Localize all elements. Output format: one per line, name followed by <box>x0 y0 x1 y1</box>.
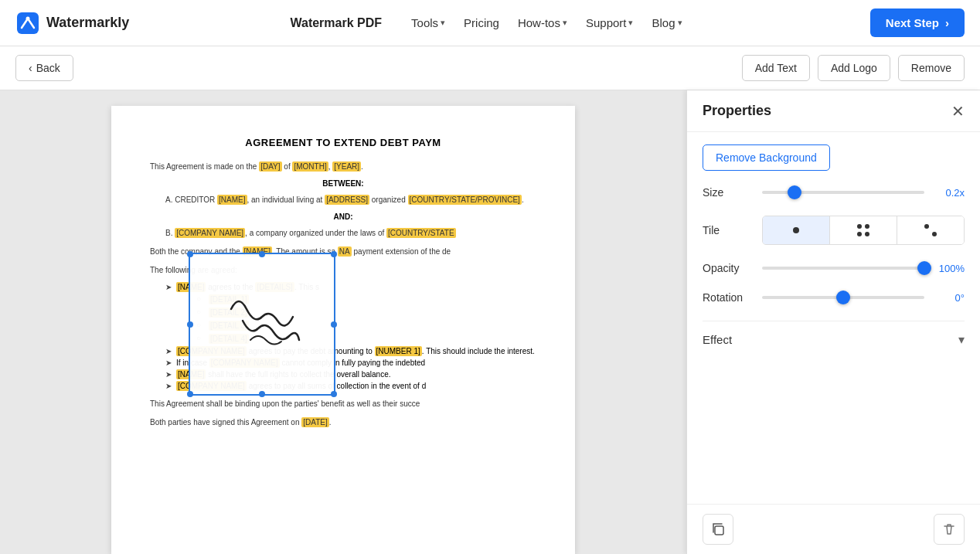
svg-point-1 <box>26 16 30 20</box>
support-chevron-icon: ▾ <box>628 18 633 28</box>
add-logo-button[interactable]: Add Logo <box>818 55 890 81</box>
copy-icon <box>710 522 726 537</box>
size-label: Size <box>703 186 753 199</box>
opacity-value: 100% <box>934 263 965 274</box>
size-row: Size 0.2x <box>703 186 965 199</box>
copy-button[interactable] <box>703 514 733 545</box>
resize-handle-br[interactable] <box>331 391 337 397</box>
effect-chevron-icon: ▾ <box>958 332 965 347</box>
size-thumb[interactable] <box>788 185 801 199</box>
document-area: AGREEMENT TO EXTEND DEBT PAYM This Agree… <box>0 90 686 554</box>
doc-binding: This Agreement shall be binding upon the… <box>150 398 536 410</box>
doc-and: AND: <box>150 212 536 221</box>
tile-single-dot <box>793 227 799 233</box>
resize-handle-bl[interactable] <box>187 391 193 397</box>
day-highlight: [DAY] <box>259 161 281 172</box>
nav-item-support[interactable]: Support ▾ <box>578 12 641 34</box>
rotation-thumb[interactable] <box>836 291 850 304</box>
nav-brand: Watermark PDF <box>290 16 382 30</box>
remove-button[interactable]: Remove <box>898 55 965 81</box>
header: Watermarkly Watermark PDF Tools ▾ Pricin… <box>0 0 980 46</box>
header-nav: Watermark PDF Tools ▾ Pricing How-tos ▾ … <box>290 12 689 34</box>
rotation-row: Rotation 0° <box>703 291 965 304</box>
tile-diag-dots <box>924 224 937 236</box>
back-arrow-icon: ‹ <box>29 62 32 74</box>
resize-handle-lm[interactable] <box>187 321 193 328</box>
rotation-slider[interactable] <box>762 296 924 299</box>
tile-option-single[interactable] <box>763 216 830 244</box>
resize-handle-rm[interactable] <box>331 321 337 328</box>
effect-label: Effect <box>703 333 732 346</box>
rotation-label: Rotation <box>703 291 753 304</box>
creditor-section: A. CREDITOR [NAME], an individual living… <box>150 194 536 206</box>
document-page: AGREEMENT TO EXTEND DEBT PAYM This Agree… <box>111 106 575 554</box>
tools-chevron-icon: ▾ <box>441 18 445 28</box>
add-text-button[interactable]: Add Text <box>742 55 810 81</box>
next-arrow-icon: › <box>945 16 949 29</box>
svg-rect-2 <box>715 526 723 535</box>
next-step-button[interactable]: Next Step › <box>870 8 965 37</box>
month-highlight: [MONTH] <box>292 161 328 172</box>
tile-options <box>762 216 965 245</box>
panel-title: Properties <box>703 103 771 119</box>
tile-four-dots <box>857 224 869 236</box>
opacity-thumb[interactable] <box>917 261 931 275</box>
nav-item-blog[interactable]: Blog ▾ <box>644 12 689 34</box>
nav-item-tools[interactable]: Tools ▾ <box>403 12 453 34</box>
nav-item-pricing[interactable]: Pricing <box>456 12 507 34</box>
resize-handle-bm[interactable] <box>259 391 265 397</box>
doc-intro: This Agreement is made on the [DAY] of [… <box>150 161 536 173</box>
tile-label: Tile <box>703 224 753 236</box>
header-right: Next Step › <box>870 8 965 37</box>
resize-handle-tr[interactable] <box>331 251 337 257</box>
trash-icon <box>941 522 957 537</box>
back-button[interactable]: ‹ Back <box>15 55 73 81</box>
size-value: 0.2x <box>934 187 965 199</box>
signature-element[interactable] <box>189 253 335 396</box>
tile-option-four[interactable] <box>830 216 897 244</box>
size-slider[interactable] <box>762 191 924 194</box>
delete-button[interactable] <box>934 514 965 545</box>
tile-row: Tile <box>703 216 965 245</box>
doc-signed: Both parties have signed this Agreement … <box>150 416 536 429</box>
effect-row[interactable]: Effect ▾ <box>703 321 965 358</box>
main-area: AGREEMENT TO EXTEND DEBT PAYM This Agree… <box>0 90 980 554</box>
tile-option-diagonal[interactable] <box>897 216 964 244</box>
remove-background-button[interactable]: Remove Background <box>703 144 830 171</box>
opacity-row: Opacity 100% <box>703 262 965 274</box>
resize-handle-tm[interactable] <box>259 251 265 257</box>
signature-svg <box>208 278 316 371</box>
properties-panel: Properties ✕ Remove Background Size 0.2x… <box>686 90 980 554</box>
close-panel-button[interactable]: ✕ <box>951 104 965 119</box>
panel-body: Remove Background Size 0.2x Tile <box>687 132 980 504</box>
howtos-chevron-icon: ▾ <box>563 18 567 28</box>
logo-text: Watermarkly <box>46 15 129 31</box>
logo-icon <box>15 11 40 36</box>
svg-rect-0 <box>17 12 39 34</box>
panel-header: Properties ✕ <box>687 90 980 132</box>
nav-item-howtos[interactable]: How-tos ▾ <box>510 12 575 34</box>
toolbar: ‹ Back Add Text Add Logo Remove <box>0 46 980 90</box>
resize-handle-tl[interactable] <box>187 251 193 257</box>
rotation-value: 0° <box>934 292 965 304</box>
opacity-label: Opacity <box>703 262 753 274</box>
doc-between: BETWEEN: <box>150 179 536 188</box>
logo-area: Watermarkly <box>15 11 129 36</box>
doc-title: AGREEMENT TO EXTEND DEBT PAYM <box>150 137 536 148</box>
company-section: B. [COMPANY NAME], a company organized u… <box>150 227 536 240</box>
opacity-slider[interactable] <box>762 267 924 270</box>
blog-chevron-icon: ▾ <box>678 18 682 28</box>
year-highlight: [YEAR] <box>332 161 361 172</box>
panel-footer <box>687 504 980 554</box>
